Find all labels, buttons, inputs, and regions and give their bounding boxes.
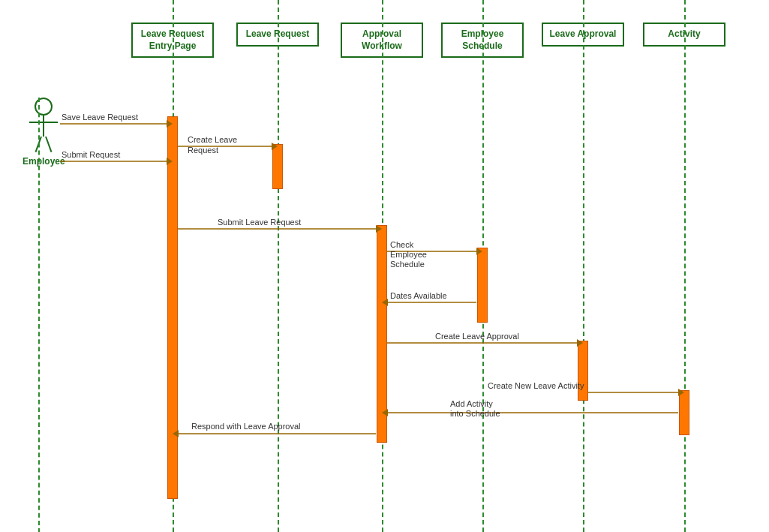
actor-arms	[29, 122, 58, 123]
activation-bar-leave-approval	[578, 341, 588, 401]
lifeline-employee	[38, 98, 40, 532]
actor-label: Employee	[23, 156, 65, 167]
svg-text:Submit  Leave Request: Submit Leave Request	[218, 218, 301, 227]
lifeline-line-activity	[684, 0, 686, 532]
svg-text:Create New Leave Activity: Create New Leave Activity	[488, 381, 584, 390]
svg-text:Submit  Request: Submit Request	[62, 150, 120, 159]
actor-head	[35, 98, 53, 116]
svg-text:Save Leave Request: Save Leave Request	[62, 113, 138, 122]
actor-leg-right	[45, 137, 52, 152]
activation-bar-leave-request-entry	[167, 116, 178, 499]
svg-text:Add Activity: Add Activity	[450, 399, 493, 408]
svg-text:Create Leave: Create Leave	[188, 135, 237, 144]
actor-body	[43, 116, 44, 137]
activation-bar-employee-schedule	[477, 248, 488, 323]
svg-text:Respond with Leave Approval: Respond with Leave Approval	[191, 422, 301, 431]
lifeline-line-leave-approval	[583, 0, 584, 532]
svg-text:Dates Available: Dates Available	[390, 291, 447, 300]
svg-text:Request: Request	[188, 146, 218, 155]
activation-bar-approval-workflow	[377, 225, 387, 443]
svg-text:into Schedule: into Schedule	[450, 409, 500, 418]
lifeline-line-leave-request	[278, 0, 279, 532]
svg-text:Schedule: Schedule	[390, 260, 425, 269]
activation-bar-activity	[679, 390, 689, 435]
activation-bar-leave-request-1	[272, 144, 283, 189]
sequence-diagram: Employee Leave RequestEntry Page Leave R…	[0, 0, 769, 532]
actor-legs	[41, 137, 47, 153]
actor-employee: Employee	[23, 98, 65, 167]
svg-text:Create Leave Approval: Create Leave Approval	[435, 332, 519, 341]
svg-text:Employee: Employee	[390, 250, 427, 259]
svg-text:Check: Check	[390, 240, 414, 249]
